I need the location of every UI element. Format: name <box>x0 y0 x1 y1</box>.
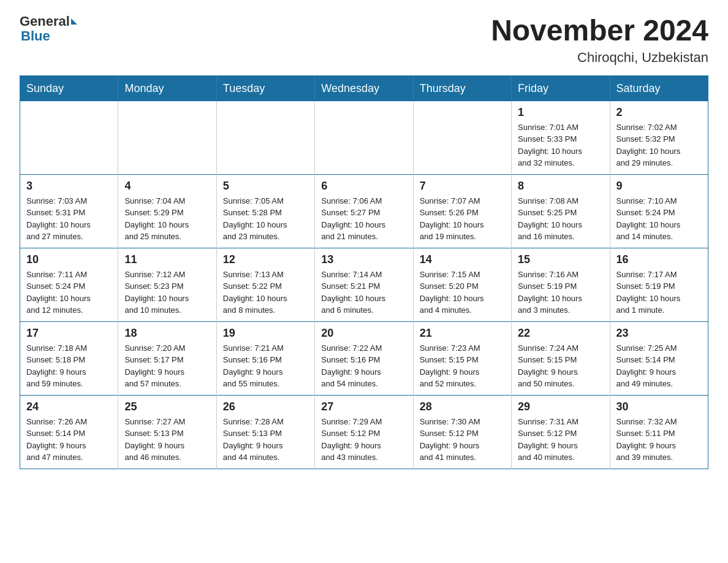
sun-info: Sunrise: 7:20 AM Sunset: 5:17 PM Dayligh… <box>124 342 210 390</box>
calendar-cell: 23Sunrise: 7:25 AM Sunset: 5:14 PM Dayli… <box>610 321 708 395</box>
calendar-cell: 24Sunrise: 7:26 AM Sunset: 5:14 PM Dayli… <box>20 395 118 469</box>
calendar-cell: 8Sunrise: 7:08 AM Sunset: 5:25 PM Daylig… <box>512 174 610 248</box>
calendar-cell <box>216 101 314 175</box>
day-number: 13 <box>321 253 406 266</box>
calendar-cell: 14Sunrise: 7:15 AM Sunset: 5:20 PM Dayli… <box>413 248 511 321</box>
calendar-cell: 7Sunrise: 7:07 AM Sunset: 5:26 PM Daylig… <box>413 174 511 248</box>
day-number: 24 <box>26 400 112 413</box>
calendar-cell: 10Sunrise: 7:11 AM Sunset: 5:24 PM Dayli… <box>20 248 118 321</box>
day-number: 21 <box>420 327 505 340</box>
calendar-cell <box>413 101 511 175</box>
day-number: 10 <box>26 253 112 266</box>
calendar-cell <box>118 101 216 175</box>
calendar-cell: 19Sunrise: 7:21 AM Sunset: 5:16 PM Dayli… <box>216 321 314 395</box>
header: General Blue November 2024 Chiroqchi, Uz… <box>20 15 708 66</box>
calendar-cell: 26Sunrise: 7:28 AM Sunset: 5:13 PM Dayli… <box>216 395 314 469</box>
day-number: 14 <box>420 253 505 266</box>
sun-info: Sunrise: 7:22 AM Sunset: 5:16 PM Dayligh… <box>321 342 406 390</box>
sun-info: Sunrise: 7:13 AM Sunset: 5:22 PM Dayligh… <box>223 269 308 316</box>
calendar-cell: 5Sunrise: 7:05 AM Sunset: 5:28 PM Daylig… <box>216 174 314 248</box>
day-number: 17 <box>26 327 112 340</box>
location-subtitle: Chiroqchi, Uzbekistan <box>491 50 708 66</box>
weekday-header-monday: Monday <box>118 75 216 101</box>
sun-info: Sunrise: 7:30 AM Sunset: 5:12 PM Dayligh… <box>420 416 505 464</box>
calendar-cell: 20Sunrise: 7:22 AM Sunset: 5:16 PM Dayli… <box>315 321 413 395</box>
calendar-cell: 17Sunrise: 7:18 AM Sunset: 5:18 PM Dayli… <box>20 321 118 395</box>
calendar-cell: 1Sunrise: 7:01 AM Sunset: 5:33 PM Daylig… <box>512 101 610 175</box>
day-number: 11 <box>124 253 210 266</box>
calendar-week-row: 24Sunrise: 7:26 AM Sunset: 5:14 PM Dayli… <box>20 395 708 469</box>
weekday-header-friday: Friday <box>512 75 610 101</box>
sun-info: Sunrise: 7:32 AM Sunset: 5:11 PM Dayligh… <box>616 416 702 464</box>
calendar-week-row: 1Sunrise: 7:01 AM Sunset: 5:33 PM Daylig… <box>20 101 708 175</box>
calendar-week-row: 17Sunrise: 7:18 AM Sunset: 5:18 PM Dayli… <box>20 321 708 395</box>
calendar-cell: 2Sunrise: 7:02 AM Sunset: 5:32 PM Daylig… <box>610 101 708 175</box>
sun-info: Sunrise: 7:23 AM Sunset: 5:15 PM Dayligh… <box>420 342 505 390</box>
sun-info: Sunrise: 7:17 AM Sunset: 5:19 PM Dayligh… <box>616 269 702 316</box>
weekday-header-saturday: Saturday <box>610 75 708 101</box>
weekday-header-sunday: Sunday <box>20 75 118 101</box>
weekday-header-wednesday: Wednesday <box>315 75 413 101</box>
calendar-cell: 18Sunrise: 7:20 AM Sunset: 5:17 PM Dayli… <box>118 321 216 395</box>
sun-info: Sunrise: 7:14 AM Sunset: 5:21 PM Dayligh… <box>321 269 406 316</box>
day-number: 27 <box>321 400 406 413</box>
day-number: 7 <box>420 180 505 193</box>
calendar-week-row: 10Sunrise: 7:11 AM Sunset: 5:24 PM Dayli… <box>20 248 708 321</box>
weekday-header-tuesday: Tuesday <box>216 75 314 101</box>
sun-info: Sunrise: 7:11 AM Sunset: 5:24 PM Dayligh… <box>26 269 112 316</box>
month-title: November 2024 <box>491 15 708 47</box>
calendar-cell: 27Sunrise: 7:29 AM Sunset: 5:12 PM Dayli… <box>315 395 413 469</box>
day-number: 5 <box>223 180 308 193</box>
calendar-cell: 30Sunrise: 7:32 AM Sunset: 5:11 PM Dayli… <box>610 395 708 469</box>
day-number: 23 <box>616 327 702 340</box>
sun-info: Sunrise: 7:31 AM Sunset: 5:12 PM Dayligh… <box>518 416 603 464</box>
calendar-cell <box>20 101 118 175</box>
title-area: November 2024 Chiroqchi, Uzbekistan <box>491 15 708 66</box>
day-number: 25 <box>124 400 210 413</box>
sun-info: Sunrise: 7:18 AM Sunset: 5:18 PM Dayligh… <box>26 342 112 390</box>
sun-info: Sunrise: 7:06 AM Sunset: 5:27 PM Dayligh… <box>321 195 406 243</box>
calendar-cell: 25Sunrise: 7:27 AM Sunset: 5:13 PM Dayli… <box>118 395 216 469</box>
day-number: 26 <box>223 400 308 413</box>
sun-info: Sunrise: 7:26 AM Sunset: 5:14 PM Dayligh… <box>26 416 112 464</box>
sun-info: Sunrise: 7:27 AM Sunset: 5:13 PM Dayligh… <box>124 416 210 464</box>
calendar-cell: 21Sunrise: 7:23 AM Sunset: 5:15 PM Dayli… <box>413 321 511 395</box>
calendar-week-row: 3Sunrise: 7:03 AM Sunset: 5:31 PM Daylig… <box>20 174 708 248</box>
calendar-cell: 9Sunrise: 7:10 AM Sunset: 5:24 PM Daylig… <box>610 174 708 248</box>
day-number: 30 <box>616 400 702 413</box>
day-number: 20 <box>321 327 406 340</box>
sun-info: Sunrise: 7:03 AM Sunset: 5:31 PM Dayligh… <box>26 195 112 243</box>
day-number: 15 <box>518 253 603 266</box>
day-number: 12 <box>223 253 308 266</box>
weekday-header-thursday: Thursday <box>413 75 511 101</box>
sun-info: Sunrise: 7:16 AM Sunset: 5:19 PM Dayligh… <box>518 269 603 316</box>
calendar-cell: 3Sunrise: 7:03 AM Sunset: 5:31 PM Daylig… <box>20 174 118 248</box>
day-number: 9 <box>616 180 702 193</box>
calendar-cell <box>315 101 413 175</box>
calendar-cell: 29Sunrise: 7:31 AM Sunset: 5:12 PM Dayli… <box>512 395 610 469</box>
calendar-cell: 13Sunrise: 7:14 AM Sunset: 5:21 PM Dayli… <box>315 248 413 321</box>
calendar-cell: 28Sunrise: 7:30 AM Sunset: 5:12 PM Dayli… <box>413 395 511 469</box>
sun-info: Sunrise: 7:24 AM Sunset: 5:15 PM Dayligh… <box>518 342 603 390</box>
day-number: 16 <box>616 253 702 266</box>
calendar-cell: 12Sunrise: 7:13 AM Sunset: 5:22 PM Dayli… <box>216 248 314 321</box>
sun-info: Sunrise: 7:28 AM Sunset: 5:13 PM Dayligh… <box>223 416 308 464</box>
sun-info: Sunrise: 7:12 AM Sunset: 5:23 PM Dayligh… <box>124 269 210 316</box>
sun-info: Sunrise: 7:21 AM Sunset: 5:16 PM Dayligh… <box>223 342 308 390</box>
day-number: 8 <box>518 180 603 193</box>
sun-info: Sunrise: 7:10 AM Sunset: 5:24 PM Dayligh… <box>616 195 702 243</box>
sun-info: Sunrise: 7:02 AM Sunset: 5:32 PM Dayligh… <box>616 121 702 169</box>
sun-info: Sunrise: 7:01 AM Sunset: 5:33 PM Dayligh… <box>518 121 603 169</box>
calendar-cell: 11Sunrise: 7:12 AM Sunset: 5:23 PM Dayli… <box>118 248 216 321</box>
day-number: 4 <box>124 180 210 193</box>
sun-info: Sunrise: 7:29 AM Sunset: 5:12 PM Dayligh… <box>321 416 406 464</box>
sun-info: Sunrise: 7:04 AM Sunset: 5:29 PM Dayligh… <box>124 195 210 243</box>
calendar-table: SundayMondayTuesdayWednesdayThursdayFrid… <box>20 75 708 469</box>
calendar-cell: 4Sunrise: 7:04 AM Sunset: 5:29 PM Daylig… <box>118 174 216 248</box>
sun-info: Sunrise: 7:15 AM Sunset: 5:20 PM Dayligh… <box>420 269 505 316</box>
calendar-cell: 15Sunrise: 7:16 AM Sunset: 5:19 PM Dayli… <box>512 248 610 321</box>
day-number: 6 <box>321 180 406 193</box>
day-number: 1 <box>518 106 603 119</box>
calendar-cell: 22Sunrise: 7:24 AM Sunset: 5:15 PM Dayli… <box>512 321 610 395</box>
sun-info: Sunrise: 7:07 AM Sunset: 5:26 PM Dayligh… <box>420 195 505 243</box>
